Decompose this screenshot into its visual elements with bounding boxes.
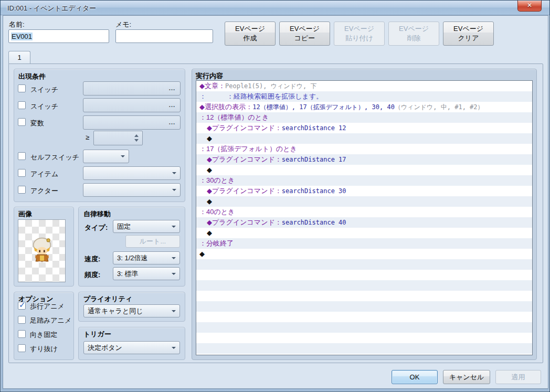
- command-row[interactable]: [196, 333, 532, 343]
- command-text-segment: ：40のとき: [199, 208, 235, 216]
- image-title: 画像: [18, 209, 32, 219]
- command-text-segment: searchDistance 17: [282, 156, 346, 163]
- command-row[interactable]: ◆: [196, 196, 532, 207]
- ev-page-button-4: EVページ削除: [388, 22, 439, 46]
- trigger-value: 決定ボタン: [88, 343, 122, 353]
- freq-select[interactable]: 3: 標準: [113, 267, 180, 280]
- command-row[interactable]: ◆: [196, 133, 532, 144]
- command-text-segment: ◆プラグインコマンド：: [207, 218, 282, 226]
- command-row[interactable]: ：12（標準値）のとき: [196, 112, 532, 123]
- command-text-segment: searchDistance 30: [282, 187, 346, 195]
- apply-button: 適用: [495, 370, 541, 384]
- actor-checkbox[interactable]: [18, 186, 26, 194]
- variable-field[interactable]: …: [83, 115, 181, 130]
- command-text-segment: ◆: [207, 166, 212, 174]
- command-text-segment: ：30のとき: [199, 176, 235, 184]
- spinner-arrows[interactable]: [133, 131, 140, 145]
- variable-more-icon[interactable]: …: [168, 118, 176, 126]
- ev-page-button-5[interactable]: EVページクリア: [443, 22, 494, 46]
- command-text-segment: ◆プラグインコマンド：: [207, 187, 282, 195]
- option-checkbox[interactable]: [18, 344, 26, 352]
- title-bar[interactable]: ID:001 - イベントエディター ✕: [1, 1, 549, 15]
- priority-title: プライオリティ: [83, 294, 132, 304]
- variable-checkbox[interactable]: [18, 118, 26, 126]
- command-row[interactable]: ◆文章：People1(5), ウィンドウ, 下: [196, 81, 532, 91]
- option-checkbox[interactable]: [18, 330, 26, 338]
- command-row[interactable]: [196, 301, 532, 312]
- close-button[interactable]: ✕: [517, 1, 542, 12]
- ev-button-line1: EVページ: [235, 24, 265, 34]
- command-row[interactable]: ：分岐終了: [196, 238, 532, 249]
- variable-value-spinner[interactable]: [93, 131, 143, 145]
- option-checkbox[interactable]: ✓: [18, 302, 26, 310]
- trigger-title: トリガー: [83, 330, 111, 339]
- tab-page-1[interactable]: 1: [8, 51, 30, 63]
- spinner-down-icon[interactable]: [134, 139, 139, 142]
- command-row[interactable]: ◆選択肢の表示：12（標準値）, 17（拡張デフォルト）, 30, 40（ウィン…: [196, 102, 532, 112]
- item-select[interactable]: [83, 166, 181, 180]
- command-row[interactable]: ：30のとき: [196, 175, 532, 186]
- command-row[interactable]: [196, 259, 532, 270]
- self-switch-checkbox[interactable]: [18, 152, 26, 160]
- switch2-field[interactable]: …: [83, 98, 181, 112]
- movement-type-select[interactable]: 固定: [113, 220, 180, 233]
- command-row[interactable]: [196, 280, 532, 291]
- switch2-checkbox[interactable]: [18, 101, 26, 109]
- trigger-select[interactable]: 決定ボタン: [83, 341, 180, 354]
- ev-button-line2: 貼り付け: [345, 34, 373, 43]
- command-row[interactable]: [196, 343, 532, 354]
- command-row[interactable]: [196, 312, 532, 322]
- variable-operator: ≥: [86, 133, 89, 141]
- option-row: 向き固定: [18, 330, 70, 338]
- command-row[interactable]: ：40のとき: [196, 207, 532, 217]
- actor-select[interactable]: [83, 183, 181, 197]
- command-row[interactable]: [196, 291, 532, 301]
- ev-button-line2: コピー: [294, 34, 315, 43]
- command-row[interactable]: ：17（拡張デフォルト）のとき: [196, 144, 532, 154]
- command-row[interactable]: [196, 322, 532, 333]
- ok-button[interactable]: OK: [392, 370, 438, 384]
- event-image-box[interactable]: [18, 219, 66, 282]
- option-row: すり抜け: [18, 344, 70, 353]
- command-text-segment: People1(5), ウィンドウ, 下: [225, 82, 317, 90]
- switch1-checkbox[interactable]: [18, 84, 26, 92]
- check-icon: ✓: [19, 300, 26, 310]
- switch2-label: スイッチ: [30, 102, 58, 111]
- option-label: 足踏みアニメ: [30, 316, 71, 325]
- option-row: 足踏みアニメ: [18, 316, 70, 324]
- memo-input[interactable]: [115, 29, 213, 43]
- command-row[interactable]: ◆プラグインコマンド：searchDistance 40: [196, 217, 532, 228]
- command-text-segment: 12（標準値）, 17（拡張デフォルト）, 30, 40: [252, 103, 395, 111]
- command-row[interactable]: ◆プラグインコマンド：searchDistance 30: [196, 186, 532, 196]
- spinner-up-icon[interactable]: [134, 134, 139, 137]
- cancel-button[interactable]: キャンセル: [443, 370, 490, 384]
- freq-value: 3: 標準: [117, 269, 138, 279]
- conditions-title: 出現条件: [18, 72, 46, 81]
- command-text-segment: ：17（拡張デフォルト）のとき: [199, 145, 297, 153]
- self-switch-select[interactable]: [83, 150, 129, 163]
- command-row[interactable]: ◆: [196, 165, 532, 175]
- command-row[interactable]: ◆: [196, 228, 532, 238]
- memo-label: メモ:: [115, 20, 131, 29]
- ev-page-button-2[interactable]: EVページコピー: [279, 22, 330, 46]
- ev-page-button-1[interactable]: EVページ作成: [225, 22, 276, 46]
- command-text-segment: ： ：経路検索範囲を拡張します。: [199, 92, 323, 100]
- command-list[interactable]: ◆文章：People1(5), ウィンドウ, 下： ：経路検索範囲を拡張します。…: [196, 80, 533, 355]
- priority-select[interactable]: 通常キャラと同じ: [83, 304, 180, 317]
- command-row[interactable]: ◆: [196, 249, 532, 259]
- switch1-field[interactable]: …: [83, 81, 181, 96]
- command-row[interactable]: ◆プラグインコマンド：searchDistance 17: [196, 154, 532, 165]
- movement-title: 自律移動: [83, 209, 111, 219]
- option-label: すり抜け: [30, 344, 58, 354]
- option-checkbox[interactable]: [18, 316, 26, 324]
- switch1-more-icon[interactable]: …: [168, 84, 176, 92]
- command-row[interactable]: [196, 270, 532, 280]
- command-row[interactable]: ： ：経路検索範囲を拡張します。: [196, 91, 532, 102]
- speed-select[interactable]: 3: 1/2倍速: [113, 251, 180, 264]
- switch2-more-icon[interactable]: …: [168, 101, 176, 109]
- priority-value: 通常キャラと同じ: [88, 306, 143, 316]
- name-input[interactable]: EV001: [8, 29, 109, 43]
- command-text-segment: ◆: [207, 229, 212, 237]
- item-checkbox[interactable]: [18, 169, 26, 177]
- command-row[interactable]: ◆プラグインコマンド：searchDistance 12: [196, 123, 532, 133]
